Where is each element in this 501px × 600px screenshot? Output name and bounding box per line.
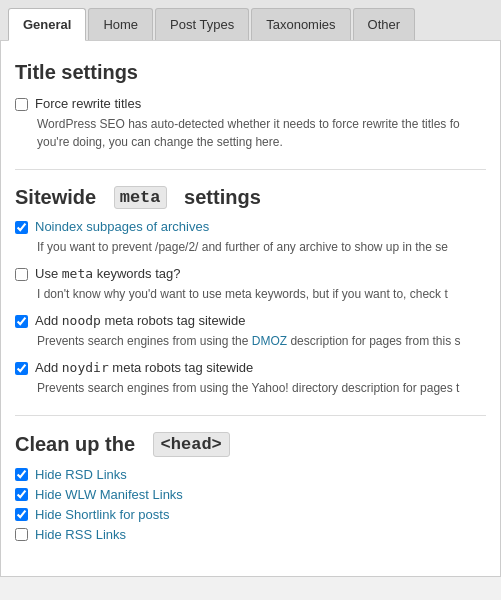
noindex-label[interactable]: Noindex subpages of archives — [35, 219, 209, 234]
hide-rss-label[interactable]: Hide RSS Links — [35, 527, 126, 542]
noindex-description: If you want to prevent /page/2/ and furt… — [37, 238, 486, 256]
hide-rss-checkbox[interactable] — [15, 528, 28, 541]
force-rewrite-label[interactable]: Force rewrite titles — [35, 96, 141, 111]
hide-shortlink-label[interactable]: Hide Shortlink for posts — [35, 507, 169, 522]
tab-home[interactable]: Home — [88, 8, 153, 40]
hide-wlw-row: Hide WLW Manifest Links — [15, 487, 486, 502]
hide-wlw-checkbox[interactable] — [15, 488, 28, 501]
force-rewrite-checkbox[interactable] — [15, 98, 28, 111]
sitewide-meta-heading: Sitewide meta settings — [15, 186, 486, 209]
cleanup-head-heading: Clean up the <head> — [15, 432, 486, 457]
tab-taxonomies[interactable]: Taxonomies — [251, 8, 350, 40]
main-content: Title settings Force rewrite titles Word… — [0, 41, 501, 577]
noodp-row: Add noodp meta robots tag sitewide Preve… — [15, 313, 486, 350]
hide-shortlink-row: Hide Shortlink for posts — [15, 507, 486, 522]
noydir-label[interactable]: Add noydir meta robots tag sitewide — [35, 360, 253, 375]
dmoz-link[interactable]: DMOZ — [252, 334, 287, 348]
force-rewrite-row: Force rewrite titles WordPress SEO has a… — [15, 96, 486, 151]
noindex-row: Noindex subpages of archives If you want… — [15, 219, 486, 256]
meta-keywords-description: I don't know why you'd want to use meta … — [37, 285, 486, 303]
hide-rsd-label[interactable]: Hide RSD Links — [35, 467, 127, 482]
force-rewrite-description: WordPress SEO has auto-detected whether … — [37, 115, 486, 151]
sitewide-meta-section: Sitewide meta settings Noindex subpages … — [15, 186, 486, 397]
tab-general[interactable]: General — [8, 8, 86, 41]
noindex-checkbox[interactable] — [15, 221, 28, 234]
noydir-checkbox[interactable] — [15, 362, 28, 375]
hide-rsd-checkbox[interactable] — [15, 468, 28, 481]
meta-keywords-checkbox[interactable] — [15, 268, 28, 281]
tab-other[interactable]: Other — [353, 8, 416, 40]
title-settings-heading: Title settings — [15, 61, 486, 84]
tab-post-types[interactable]: Post Types — [155, 8, 249, 40]
title-settings-section: Title settings Force rewrite titles Word… — [15, 61, 486, 151]
cleanup-head-section: Clean up the <head> Hide RSD Links Hide … — [15, 432, 486, 542]
hide-wlw-label[interactable]: Hide WLW Manifest Links — [35, 487, 183, 502]
noodp-label[interactable]: Add noodp meta robots tag sitewide — [35, 313, 245, 328]
hide-rsd-row: Hide RSD Links — [15, 467, 486, 482]
noodp-description: Prevents search engines from using the D… — [37, 332, 486, 350]
meta-keywords-label[interactable]: Use meta keywords tag? — [35, 266, 181, 281]
noydir-row: Add noydir meta robots tag sitewide Prev… — [15, 360, 486, 397]
hide-shortlink-checkbox[interactable] — [15, 508, 28, 521]
noodp-checkbox[interactable] — [15, 315, 28, 328]
noydir-description: Prevents search engines from using the Y… — [37, 379, 486, 397]
tab-bar: General Home Post Types Taxonomies Other — [0, 0, 501, 41]
meta-keywords-row: Use meta keywords tag? I don't know why … — [15, 266, 486, 303]
hide-rss-row: Hide RSS Links — [15, 527, 486, 542]
